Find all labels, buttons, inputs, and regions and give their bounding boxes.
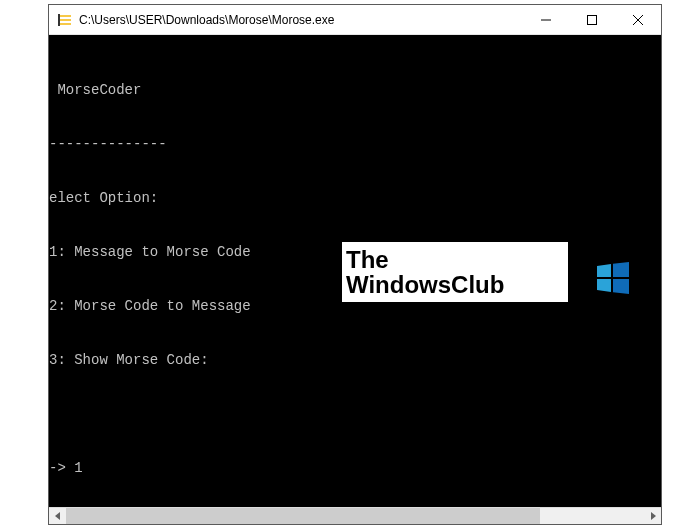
console-line: -> 1 bbox=[49, 459, 661, 477]
window-title: C:\Users\USER\Downloads\Morose\Morose.ex… bbox=[79, 13, 523, 27]
svg-marker-10 bbox=[597, 279, 611, 292]
console-line: elect Option: bbox=[49, 189, 661, 207]
windows-logo-icon bbox=[530, 244, 562, 276]
watermark-line2: WindowsClub bbox=[346, 272, 504, 297]
svg-marker-12 bbox=[55, 512, 60, 520]
svg-marker-11 bbox=[613, 279, 629, 294]
svg-marker-13 bbox=[651, 512, 656, 520]
console-line bbox=[49, 405, 661, 423]
scrollbar-thumb[interactable] bbox=[66, 508, 540, 524]
svg-rect-3 bbox=[58, 14, 60, 26]
svg-rect-1 bbox=[59, 19, 71, 21]
console-line: -------------- bbox=[49, 135, 661, 153]
console-line: MorseCoder bbox=[49, 81, 661, 99]
svg-rect-5 bbox=[588, 15, 597, 24]
console-output[interactable]: MorseCoder -------------- elect Option: … bbox=[49, 35, 661, 507]
window-controls bbox=[523, 5, 661, 34]
app-icon bbox=[57, 12, 73, 28]
svg-rect-0 bbox=[59, 15, 71, 17]
watermark-text: The WindowsClub bbox=[346, 247, 504, 297]
maximize-button[interactable] bbox=[569, 5, 615, 34]
minimize-button[interactable] bbox=[523, 5, 569, 34]
app-window: C:\Users\USER\Downloads\Morose\Morose.ex… bbox=[48, 4, 662, 525]
scrollbar-track[interactable] bbox=[66, 508, 644, 524]
scroll-right-button[interactable] bbox=[644, 508, 661, 524]
svg-rect-2 bbox=[59, 23, 71, 25]
titlebar[interactable]: C:\Users\USER\Downloads\Morose\Morose.ex… bbox=[49, 5, 661, 35]
watermark-line1: The bbox=[346, 247, 504, 272]
scroll-left-button[interactable] bbox=[49, 508, 66, 524]
svg-marker-8 bbox=[597, 264, 611, 277]
close-button[interactable] bbox=[615, 5, 661, 34]
console-line: 3: Show Morse Code: bbox=[49, 351, 661, 369]
watermark-overlay: The WindowsClub bbox=[342, 242, 568, 302]
svg-marker-9 bbox=[613, 262, 629, 277]
horizontal-scrollbar[interactable] bbox=[49, 507, 661, 524]
